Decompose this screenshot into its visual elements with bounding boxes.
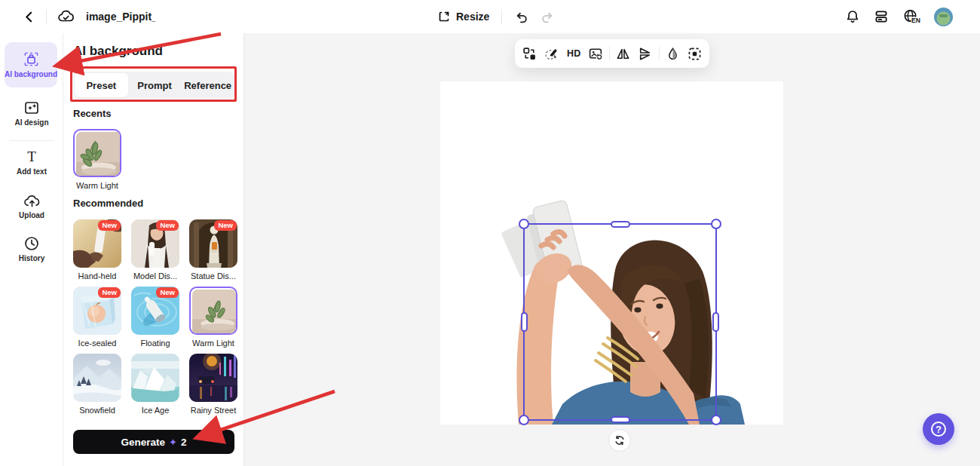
ai-retouch-button[interactable] — [543, 43, 560, 64]
preset-thumbnail — [73, 354, 121, 402]
notifications-button[interactable] — [845, 9, 860, 24]
regenerate-button[interactable] — [608, 429, 631, 452]
preset-thumbnail: New — [73, 219, 121, 268]
resize-label: Resize — [456, 11, 489, 23]
generate-label: Generate — [121, 437, 166, 448]
ai-background-panel: AI background Preset Prompt Reference Re… — [63, 33, 244, 466]
preset-label: Floating — [131, 339, 179, 348]
preset-tile-ice-sealed[interactable]: New Ice-sealed — [73, 287, 121, 348]
preset-tile-recent-warm-light[interactable]: Warm Light — [73, 129, 121, 190]
preset-label: Ice-sealed — [73, 339, 121, 348]
preset-thumbnail: New — [131, 219, 179, 268]
recommended-heading: Recommended — [73, 198, 143, 209]
image-toolbar: HD — [515, 39, 709, 68]
preset-tile-model-display[interactable]: New Model Dis... — [131, 219, 179, 281]
image-refresh-icon — [589, 47, 603, 61]
sidebar-item-ai-background[interactable]: AI background — [5, 42, 57, 87]
ai-background-icon — [23, 51, 40, 68]
tab-preset[interactable]: Preset — [75, 73, 128, 97]
selection-box[interactable] — [523, 223, 717, 421]
cloud-saved-icon — [57, 10, 75, 23]
selection-handle-se[interactable] — [711, 415, 721, 425]
canvas[interactable] — [440, 81, 783, 425]
hd-enhance-button[interactable]: HD — [565, 43, 583, 64]
preset-tile-snowfield[interactable]: Snowfield — [73, 354, 121, 415]
preset-label: Statue Dis... — [189, 271, 237, 281]
sidebar-item-label: History — [5, 254, 59, 264]
recents-heading: Recents — [73, 108, 112, 119]
credits-icon: ✦ — [169, 437, 177, 448]
preset-label: Warm Light — [189, 339, 237, 348]
selection-handle-sw[interactable] — [519, 415, 529, 425]
cutout-button[interactable] — [521, 43, 538, 64]
frame-button[interactable] — [686, 43, 703, 64]
resize-icon — [437, 10, 451, 23]
sidebar-item-history[interactable]: History — [0, 235, 63, 264]
preset-tile-hand-held[interactable]: New Hand-held — [73, 219, 121, 281]
preset-tile-ice-age[interactable]: Ice Age — [131, 354, 179, 415]
new-badge: New — [156, 220, 179, 231]
sidebar-item-label: Upload — [5, 211, 59, 221]
opacity-button[interactable] — [663, 43, 681, 64]
new-badge: New — [98, 287, 121, 298]
preset-label: Ice Age — [131, 406, 179, 415]
new-badge: New — [214, 220, 237, 231]
preset-tile-floating[interactable]: New Floating — [131, 287, 179, 348]
upload-icon — [23, 192, 41, 209]
preset-tile-rainy-street[interactable]: Rainy Street — [189, 354, 237, 415]
ai-eraser-icon — [544, 47, 559, 61]
add-text-icon: T — [23, 149, 40, 165]
bell-icon — [845, 9, 860, 24]
user-avatar[interactable] — [934, 8, 953, 26]
cutout-icon — [522, 47, 537, 61]
preset-label: Model Dis... — [131, 271, 179, 281]
sidebar-item-ai-design[interactable]: AI design — [0, 100, 63, 128]
sidebar-item-label: AI design — [5, 118, 59, 128]
credits-count: 2 — [181, 437, 187, 448]
selection-handle-bottom[interactable] — [611, 416, 630, 423]
preset-tile-warm-light[interactable]: Warm Light — [189, 287, 237, 348]
opacity-icon — [666, 47, 680, 61]
panel-title: AI background — [73, 44, 163, 59]
preset-thumbnail: New — [73, 287, 121, 335]
help-button[interactable]: ? — [923, 413, 954, 445]
frame-icon — [688, 47, 702, 61]
undo-button[interactable] — [514, 10, 528, 24]
selection-handle-right[interactable] — [712, 312, 719, 332]
document-title[interactable]: image_Pippit_20 — [86, 11, 155, 23]
export-button[interactable] — [874, 9, 889, 24]
preset-tile-statue-display[interactable]: New Statue Dis... — [189, 219, 237, 281]
topbar: image_Pippit_20 Resize — [0, 0, 980, 33]
divider — [501, 9, 502, 24]
image-refresh-button[interactable] — [587, 43, 605, 64]
flip-horizontal-icon — [616, 47, 630, 61]
sidebar-item-label: Add text — [5, 167, 59, 177]
resize-button[interactable]: Resize — [437, 10, 489, 23]
tab-reference[interactable]: Reference — [181, 73, 234, 97]
preset-thumbnail — [131, 354, 179, 402]
toolbar-divider — [659, 47, 660, 60]
ai-design-icon — [23, 100, 40, 116]
sidebar-item-upload[interactable]: Upload — [0, 192, 63, 221]
selection-handle-nw[interactable] — [519, 219, 529, 229]
sidebar-item-add-text[interactable]: T Add text — [0, 149, 63, 177]
selection-handle-ne[interactable] — [711, 219, 721, 229]
redo-button[interactable] — [541, 10, 555, 24]
chevron-left-icon — [23, 11, 35, 23]
divider — [46, 9, 47, 24]
svg-text:T: T — [27, 149, 36, 164]
globe-icon: EN — [902, 8, 920, 25]
tab-prompt[interactable]: Prompt — [128, 73, 182, 97]
preset-label: Hand-held — [73, 271, 121, 281]
preset-thumbnail — [189, 287, 237, 335]
flip-vertical-button[interactable] — [636, 43, 654, 64]
generate-button[interactable]: Generate ✦ 2 — [73, 430, 234, 454]
preset-label: Rainy Street — [189, 406, 237, 415]
back-button[interactable] — [23, 11, 35, 23]
flip-horizontal-button[interactable] — [614, 43, 632, 64]
new-badge: New — [98, 220, 121, 231]
selection-handle-left[interactable] — [521, 312, 528, 332]
selection-handle-top[interactable] — [611, 221, 630, 228]
language-button[interactable]: EN — [902, 8, 920, 25]
history-icon — [23, 235, 40, 252]
